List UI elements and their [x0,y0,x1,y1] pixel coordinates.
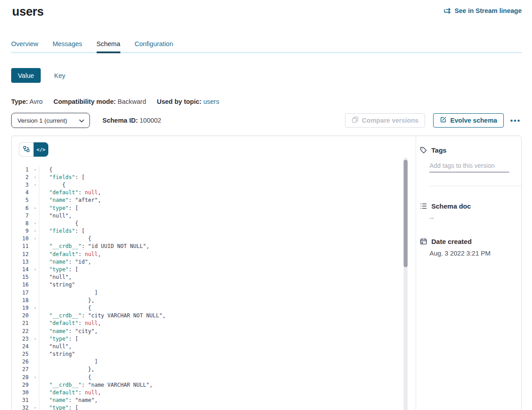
sidebar-divider [430,186,521,186]
code-column: </> 1▾{2▾ "fields": [3▾ {4 "default": nu… [12,136,416,410]
code-text: "fields": [ [39,173,416,181]
line-number: 10 [12,235,31,242]
evolve-schema-label: Evolve schema [450,117,497,124]
code-line: 29 "__crdb__": "name VARCHAR NULL", [12,381,416,389]
line-number: 15 [12,274,31,280]
topic-users-link[interactable]: users [203,98,219,105]
compare-versions-label: Compare versions [362,117,419,124]
code-line: 12 "default": null, [12,250,416,258]
doc-list-icon [420,202,427,210]
fold-toggle-icon[interactable]: ▾ [31,337,39,341]
value-key-toggle: Value Key [11,68,522,83]
more-options-button[interactable]: ••• [509,117,522,124]
code-text: "type": [ [39,204,416,212]
value-toggle-button[interactable]: Value [11,68,41,83]
version-select-value: Version 1 (current) [17,117,79,124]
date-created-title: Date created [431,238,472,245]
line-number: 26 [12,359,31,365]
fold-toggle-icon[interactable]: ▾ [31,206,39,210]
tab-configuration[interactable]: Configuration [135,40,173,53]
code-text: "name": "id", [39,258,416,265]
code-line: 24 "null", [12,342,416,350]
page-header: users See in Stream lineage [11,4,522,19]
line-number: 28 [12,374,31,380]
code-text: { [39,235,416,243]
line-number: 21 [12,320,31,326]
code-text: "type": [ [39,404,416,410]
edit-icon [440,116,447,124]
calendar-icon [420,238,427,245]
key-toggle-button[interactable]: Key [54,72,65,79]
code-line: 5 "name": "after", [12,196,416,204]
fold-toggle-icon[interactable]: ▾ [31,183,39,187]
schema-id: Schema ID: 100002 [102,117,161,124]
tag-icon [420,146,427,154]
line-number: 7 [12,213,31,219]
code-line: 18 }, [12,296,416,304]
line-number: 3 [12,182,31,188]
line-number: 4 [12,189,31,196]
fold-toggle-icon[interactable]: ▾ [31,375,39,380]
schema-doc-section-header: Schema doc [420,202,521,210]
editor-scrollbar-thumb[interactable] [404,160,408,267]
fold-toggle-icon[interactable]: ▾ [31,267,39,272]
code-text: "name": "after", [39,196,416,204]
code-text: "null", [39,342,416,350]
code-text: { [39,181,416,188]
code-text: { [39,219,416,227]
code-line: 6▾ "type": [ [12,204,416,212]
code-text: "__crdb__": "name VARCHAR NULL", [39,381,416,389]
code-text: { [39,304,416,312]
type-label: Type: [11,98,28,105]
code-line: 22 "name": "city", [12,327,416,335]
fold-toggle-icon[interactable]: ▾ [31,306,39,310]
fold-toggle-icon[interactable]: ▾ [31,406,39,410]
used-by-topic-label: Used by topic: [157,98,201,105]
code-view-toggle-button[interactable]: </> [34,142,48,157]
version-bar: Version 1 (current) Schema ID: 100002 Co… [11,113,522,128]
line-number: 18 [12,297,31,303]
editor-scrollbar-track[interactable] [404,158,408,410]
evolve-schema-button[interactable]: Evolve schema [433,113,504,128]
fold-toggle-icon[interactable]: ▾ [31,236,39,241]
code-line: 2▾ "fields": [ [12,173,416,181]
code-editor-lines: 1▾{2▾ "fields": [3▾ {4 "default": null,5… [12,166,416,410]
line-number: 19 [12,305,31,311]
code-view-icon: </> [37,147,46,153]
fold-toggle-icon[interactable]: ▾ [31,167,39,172]
code-text: "string" [39,281,416,289]
code-line: 21 "default": null, [12,320,416,327]
code-text: "type": [ [39,335,416,342]
code-line: 14▾ "type": [ [12,265,416,273]
code-line: 4 "default": null, [12,189,416,196]
fold-toggle-icon[interactable]: ▾ [31,229,39,233]
line-number: 11 [12,243,31,249]
schema-sidebar: Tags Schema doc -- [416,136,521,410]
line-number: 1 [12,167,31,173]
tab-messages[interactable]: Messages [52,40,82,53]
code-text: "null", [39,212,416,219]
tab-overview[interactable]: Overview [11,40,38,53]
line-number: 13 [12,259,31,265]
fold-toggle-icon[interactable]: ▾ [31,221,39,226]
code-text: "null", [39,273,416,281]
compare-versions-button[interactable]: Compare versions [345,113,426,128]
line-number: 16 [12,282,31,288]
fold-toggle-icon[interactable]: ▾ [31,175,39,179]
code-line: 16 "string" [12,281,416,289]
code-text: "__crdb__": "id UUID NOT NULL", [39,243,416,250]
version-select[interactable]: Version 1 (current) [11,113,90,128]
tab-schema[interactable]: Schema [97,40,120,53]
add-tags-input[interactable] [430,161,509,172]
line-number: 14 [12,266,31,273]
see-in-stream-lineage-link[interactable]: See in Stream lineage [444,7,522,14]
schema-panel: </> 1▾{2▾ "fields": [3▾ {4 "default": nu… [11,136,522,410]
code-line: 10▾ { [12,235,416,243]
line-number: 23 [12,336,31,342]
code-text: "default": null, [39,320,416,327]
line-number: 25 [12,351,31,357]
tree-view-toggle-button[interactable] [19,142,34,157]
code-line: 20 "__crdb__": "city VARCHAR NOT NULL", [12,312,416,320]
code-text: "name": "city", [39,327,416,335]
code-line: 9▾ "fields": [ [12,227,416,235]
